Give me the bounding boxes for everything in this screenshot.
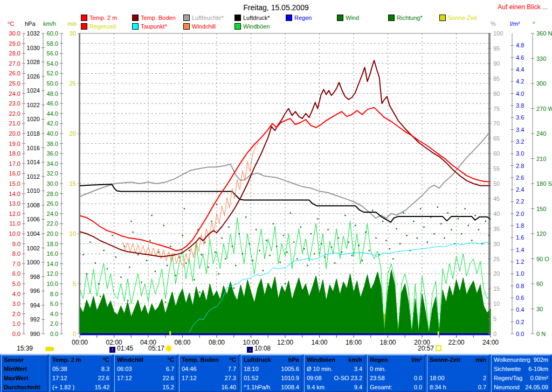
svg-text:1.0: 1.0 xyxy=(12,320,20,327)
svg-text:08:00: 08:00 xyxy=(209,339,225,346)
svg-text:60: 60 xyxy=(493,150,500,157)
marker-daylength: 15:39 xyxy=(15,345,54,352)
table-cell: 2 xyxy=(483,375,486,381)
svg-text:1026: 1026 xyxy=(27,73,40,80)
svg-text:06:00: 06:00 xyxy=(174,339,190,346)
svg-text:20.0: 20.0 xyxy=(9,130,20,137)
svg-text:54.0: 54.0 xyxy=(47,60,58,67)
svg-text:16:00: 16:00 xyxy=(346,339,362,346)
table-column-sonne-zeit: Sonne-Zeitmin18:0028:34 h0.7 xyxy=(427,355,489,392)
svg-text:12:00: 12:00 xyxy=(277,339,293,346)
svg-text:28.0: 28.0 xyxy=(47,191,58,197)
svg-text:996: 996 xyxy=(30,288,40,294)
daylength-icon xyxy=(45,347,54,351)
svg-text:18.0: 18.0 xyxy=(9,150,20,157)
marker-time: 05:17 xyxy=(148,345,164,352)
svg-text:22.0: 22.0 xyxy=(9,110,20,117)
svg-text:18:00: 18:00 xyxy=(380,339,396,346)
svg-text:3.0: 3.0 xyxy=(12,300,20,307)
svg-text:2.8: 2.8 xyxy=(516,163,524,169)
svg-text:18.0: 18.0 xyxy=(47,241,58,247)
table-column-regen: Regenl/m²0 min.23:580.0Gesamt:0.0 xyxy=(367,355,425,392)
weather-chart: 00:0002:0004:0006:0008:0010:0012:0014:00… xyxy=(0,0,552,353)
table-cell: 0.7 xyxy=(478,384,486,390)
svg-text:44.0: 44.0 xyxy=(47,110,58,117)
table-column-windb-en: Windböenkm/hØ 10 min.3.409:08O-SO 23.29.… xyxy=(304,355,365,392)
svg-text:1012: 1012 xyxy=(27,173,40,180)
table-cell: ^1.1hPa/h xyxy=(244,384,270,390)
svg-text:360 N: 360 N xyxy=(536,30,552,37)
table-cell: 15.42 xyxy=(94,384,109,390)
svg-text:8.0: 8.0 xyxy=(12,250,20,257)
svg-text:00:00: 00:00 xyxy=(72,339,88,346)
table-column-info: Wolkenunterg902mSichtweite6-10kmRegen/Ta… xyxy=(491,355,551,392)
svg-text:10: 10 xyxy=(70,230,76,237)
svg-text:0.6: 0.6 xyxy=(516,295,524,301)
svg-text:22.0: 22.0 xyxy=(47,220,58,227)
svg-text:36.0: 36.0 xyxy=(47,150,58,157)
svg-text:1014: 1014 xyxy=(27,159,40,165)
marker-sunrise: 05:17 xyxy=(147,345,171,352)
svg-text:14.0: 14.0 xyxy=(9,191,20,197)
svg-text:24.0: 24.0 xyxy=(47,211,58,217)
svg-text:3.8: 3.8 xyxy=(516,102,524,109)
table-cell: 9.4 xyxy=(354,384,362,390)
svg-text:1024: 1024 xyxy=(27,87,40,94)
table-cell: 09:08 xyxy=(307,375,322,381)
svg-text:20.0: 20.0 xyxy=(47,230,58,237)
svg-text:95: 95 xyxy=(493,45,500,52)
svg-text:0.0: 0.0 xyxy=(12,331,20,337)
marker-time: 01:45 xyxy=(117,345,133,352)
svg-text:4.0: 4.0 xyxy=(12,291,20,297)
svg-text:17.0: 17.0 xyxy=(9,160,20,167)
svg-text:1010: 1010 xyxy=(27,187,40,194)
svg-text:1008: 1008 xyxy=(27,202,40,208)
table-cell: Sensor xyxy=(4,356,24,363)
table-cell: MaxWert xyxy=(4,375,29,381)
moonset-icon: ↓ xyxy=(247,347,253,353)
table-cell: Luftdruck xyxy=(244,356,271,363)
svg-text:4.0: 4.0 xyxy=(50,311,58,317)
table-cell: Sichtweite xyxy=(494,366,521,372)
svg-text:100: 100 xyxy=(493,30,503,37)
table-cell: 9.4 km xyxy=(307,384,325,390)
svg-text:1028: 1028 xyxy=(27,59,40,65)
svg-text:28.0: 28.0 xyxy=(9,50,20,57)
svg-text:990: 990 xyxy=(30,331,40,337)
svg-text:3.6: 3.6 xyxy=(516,114,524,121)
svg-text:12.0: 12.0 xyxy=(9,211,20,217)
table-column-windchill: Windchill°C06:036.717:1222.615.2 xyxy=(114,355,177,392)
svg-text:26.0: 26.0 xyxy=(47,200,58,207)
svg-text:19.0: 19.0 xyxy=(9,141,20,147)
svg-text:16.0: 16.0 xyxy=(47,250,58,257)
svg-text:35: 35 xyxy=(493,226,500,232)
table-cell: Durchschnitt xyxy=(4,384,40,390)
svg-text:30.0: 30.0 xyxy=(9,30,20,37)
table-cell: 0.0 xyxy=(414,375,422,381)
svg-text:24:00: 24:00 xyxy=(482,339,499,346)
table-cell: Windböen xyxy=(307,356,335,363)
svg-text:120: 120 xyxy=(536,230,546,237)
table-cell: 01:52 xyxy=(244,375,259,381)
sunrise-icon xyxy=(166,346,171,351)
moonrise-icon: ↑ xyxy=(109,347,115,353)
svg-text:10: 10 xyxy=(493,300,500,307)
svg-text:9.0: 9.0 xyxy=(12,241,20,247)
svg-text:90: 90 xyxy=(493,60,500,67)
svg-text:240: 240 xyxy=(536,130,546,137)
table-cell: 27.3 xyxy=(225,375,236,381)
svg-text:85: 85 xyxy=(493,75,500,82)
svg-text:5.0: 5.0 xyxy=(12,281,20,287)
svg-text:270 W: 270 W xyxy=(536,106,552,112)
svg-text:20: 20 xyxy=(70,130,76,137)
svg-text:6.0: 6.0 xyxy=(12,270,20,277)
svg-text:0 N: 0 N xyxy=(536,331,546,337)
table-cell: 16.40 xyxy=(221,384,236,390)
svg-text:0.0: 0.0 xyxy=(50,331,58,337)
svg-text:52.0: 52.0 xyxy=(47,70,58,76)
table-cell: 23:58 xyxy=(370,375,385,381)
marker-time: 10:08 xyxy=(254,345,271,352)
svg-text:13.0: 13.0 xyxy=(9,200,20,207)
table-cell: 17:12 xyxy=(117,375,132,381)
table-column: SensorMinWertMaxWertDurchschnitt xyxy=(1,355,47,392)
